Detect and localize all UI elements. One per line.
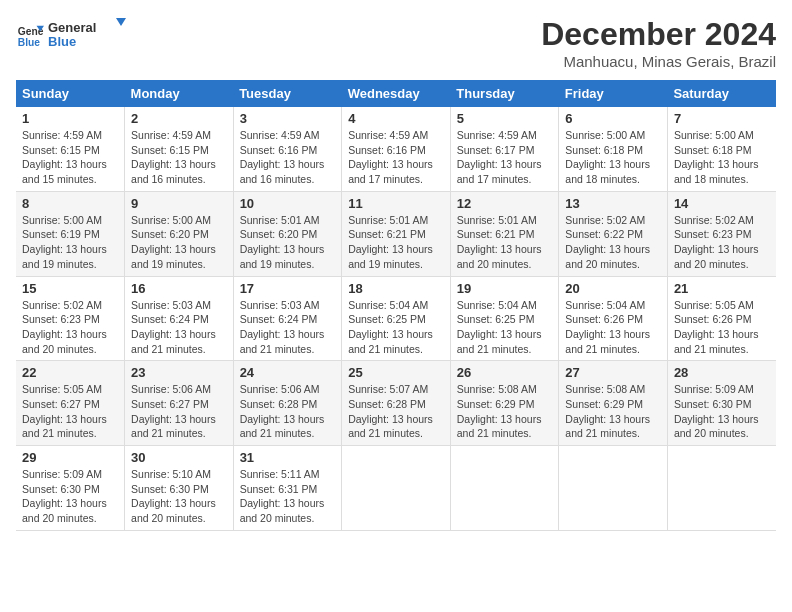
day-number: 12 (457, 196, 553, 211)
day-number: 2 (131, 111, 227, 126)
calendar-cell: 11Sunrise: 5:01 AM Sunset: 6:21 PM Dayli… (342, 191, 451, 276)
day-number: 22 (22, 365, 118, 380)
day-number: 19 (457, 281, 553, 296)
calendar-cell: 31Sunrise: 5:11 AM Sunset: 6:31 PM Dayli… (233, 446, 342, 531)
day-info: Sunrise: 4:59 AM Sunset: 6:15 PM Dayligh… (22, 128, 118, 187)
day-info: Sunrise: 5:06 AM Sunset: 6:27 PM Dayligh… (131, 382, 227, 441)
day-info: Sunrise: 5:02 AM Sunset: 6:23 PM Dayligh… (674, 213, 770, 272)
subtitle: Manhuacu, Minas Gerais, Brazil (541, 53, 776, 70)
day-number: 10 (240, 196, 336, 211)
calendar-cell: 4Sunrise: 4:59 AM Sunset: 6:16 PM Daylig… (342, 107, 451, 191)
calendar-cell: 13Sunrise: 5:02 AM Sunset: 6:22 PM Dayli… (559, 191, 668, 276)
day-number: 25 (348, 365, 444, 380)
calendar-cell: 3Sunrise: 4:59 AM Sunset: 6:16 PM Daylig… (233, 107, 342, 191)
calendar-cell: 2Sunrise: 4:59 AM Sunset: 6:15 PM Daylig… (125, 107, 234, 191)
calendar-cell: 22Sunrise: 5:05 AM Sunset: 6:27 PM Dayli… (16, 361, 125, 446)
calendar-week-row: 8Sunrise: 5:00 AM Sunset: 6:19 PM Daylig… (16, 191, 776, 276)
day-number: 21 (674, 281, 770, 296)
general-blue-logo: General Blue (48, 16, 128, 52)
day-info: Sunrise: 5:03 AM Sunset: 6:24 PM Dayligh… (240, 298, 336, 357)
day-info: Sunrise: 5:02 AM Sunset: 6:22 PM Dayligh… (565, 213, 661, 272)
calendar-cell: 15Sunrise: 5:02 AM Sunset: 6:23 PM Dayli… (16, 276, 125, 361)
day-number: 13 (565, 196, 661, 211)
day-info: Sunrise: 5:05 AM Sunset: 6:27 PM Dayligh… (22, 382, 118, 441)
day-info: Sunrise: 4:59 AM Sunset: 6:17 PM Dayligh… (457, 128, 553, 187)
day-number: 15 (22, 281, 118, 296)
day-number: 30 (131, 450, 227, 465)
day-info: Sunrise: 5:00 AM Sunset: 6:20 PM Dayligh… (131, 213, 227, 272)
calendar-cell: 23Sunrise: 5:06 AM Sunset: 6:27 PM Dayli… (125, 361, 234, 446)
calendar-cell: 8Sunrise: 5:00 AM Sunset: 6:19 PM Daylig… (16, 191, 125, 276)
day-info: Sunrise: 5:02 AM Sunset: 6:23 PM Dayligh… (22, 298, 118, 357)
svg-marker-5 (116, 18, 126, 26)
calendar-cell: 7Sunrise: 5:00 AM Sunset: 6:18 PM Daylig… (667, 107, 776, 191)
calendar-cell: 10Sunrise: 5:01 AM Sunset: 6:20 PM Dayli… (233, 191, 342, 276)
col-tuesday: Tuesday (233, 80, 342, 107)
title-block: December 2024 Manhuacu, Minas Gerais, Br… (541, 16, 776, 70)
day-info: Sunrise: 5:04 AM Sunset: 6:26 PM Dayligh… (565, 298, 661, 357)
day-number: 16 (131, 281, 227, 296)
day-number: 3 (240, 111, 336, 126)
main-title: December 2024 (541, 16, 776, 53)
calendar-header-row: Sunday Monday Tuesday Wednesday Thursday… (16, 80, 776, 107)
calendar-cell (342, 446, 451, 531)
svg-text:General: General (48, 20, 96, 35)
day-number: 8 (22, 196, 118, 211)
day-info: Sunrise: 5:08 AM Sunset: 6:29 PM Dayligh… (565, 382, 661, 441)
day-number: 4 (348, 111, 444, 126)
day-number: 11 (348, 196, 444, 211)
day-info: Sunrise: 5:01 AM Sunset: 6:21 PM Dayligh… (348, 213, 444, 272)
day-info: Sunrise: 5:09 AM Sunset: 6:30 PM Dayligh… (22, 467, 118, 526)
day-number: 14 (674, 196, 770, 211)
calendar-cell (450, 446, 559, 531)
logo: General Blue General Blue (16, 16, 128, 56)
day-info: Sunrise: 4:59 AM Sunset: 6:15 PM Dayligh… (131, 128, 227, 187)
calendar-cell: 9Sunrise: 5:00 AM Sunset: 6:20 PM Daylig… (125, 191, 234, 276)
day-info: Sunrise: 5:04 AM Sunset: 6:25 PM Dayligh… (457, 298, 553, 357)
day-number: 31 (240, 450, 336, 465)
calendar-week-row: 15Sunrise: 5:02 AM Sunset: 6:23 PM Dayli… (16, 276, 776, 361)
day-info: Sunrise: 5:10 AM Sunset: 6:30 PM Dayligh… (131, 467, 227, 526)
col-thursday: Thursday (450, 80, 559, 107)
day-number: 27 (565, 365, 661, 380)
day-info: Sunrise: 5:00 AM Sunset: 6:18 PM Dayligh… (674, 128, 770, 187)
col-friday: Friday (559, 80, 668, 107)
day-info: Sunrise: 5:08 AM Sunset: 6:29 PM Dayligh… (457, 382, 553, 441)
calendar-cell: 30Sunrise: 5:10 AM Sunset: 6:30 PM Dayli… (125, 446, 234, 531)
day-number: 9 (131, 196, 227, 211)
day-info: Sunrise: 5:07 AM Sunset: 6:28 PM Dayligh… (348, 382, 444, 441)
calendar-cell: 5Sunrise: 4:59 AM Sunset: 6:17 PM Daylig… (450, 107, 559, 191)
day-info: Sunrise: 5:01 AM Sunset: 6:21 PM Dayligh… (457, 213, 553, 272)
day-number: 26 (457, 365, 553, 380)
calendar-table: Sunday Monday Tuesday Wednesday Thursday… (16, 80, 776, 531)
calendar-cell: 28Sunrise: 5:09 AM Sunset: 6:30 PM Dayli… (667, 361, 776, 446)
day-number: 18 (348, 281, 444, 296)
calendar-cell: 25Sunrise: 5:07 AM Sunset: 6:28 PM Dayli… (342, 361, 451, 446)
calendar-cell: 14Sunrise: 5:02 AM Sunset: 6:23 PM Dayli… (667, 191, 776, 276)
day-number: 1 (22, 111, 118, 126)
svg-text:Blue: Blue (48, 34, 76, 49)
calendar-cell: 1Sunrise: 4:59 AM Sunset: 6:15 PM Daylig… (16, 107, 125, 191)
col-sunday: Sunday (16, 80, 125, 107)
calendar-cell: 21Sunrise: 5:05 AM Sunset: 6:26 PM Dayli… (667, 276, 776, 361)
day-info: Sunrise: 5:03 AM Sunset: 6:24 PM Dayligh… (131, 298, 227, 357)
svg-text:Blue: Blue (18, 37, 41, 48)
day-number: 28 (674, 365, 770, 380)
calendar-cell (667, 446, 776, 531)
day-info: Sunrise: 5:00 AM Sunset: 6:19 PM Dayligh… (22, 213, 118, 272)
calendar-week-row: 1Sunrise: 4:59 AM Sunset: 6:15 PM Daylig… (16, 107, 776, 191)
calendar-cell (559, 446, 668, 531)
page-header: General Blue General Blue December 2024 … (16, 16, 776, 70)
calendar-week-row: 29Sunrise: 5:09 AM Sunset: 6:30 PM Dayli… (16, 446, 776, 531)
day-info: Sunrise: 5:11 AM Sunset: 6:31 PM Dayligh… (240, 467, 336, 526)
calendar-cell: 20Sunrise: 5:04 AM Sunset: 6:26 PM Dayli… (559, 276, 668, 361)
calendar-cell: 16Sunrise: 5:03 AM Sunset: 6:24 PM Dayli… (125, 276, 234, 361)
day-number: 7 (674, 111, 770, 126)
day-number: 6 (565, 111, 661, 126)
calendar-cell: 6Sunrise: 5:00 AM Sunset: 6:18 PM Daylig… (559, 107, 668, 191)
day-number: 17 (240, 281, 336, 296)
col-monday: Monday (125, 80, 234, 107)
day-number: 23 (131, 365, 227, 380)
calendar-cell: 24Sunrise: 5:06 AM Sunset: 6:28 PM Dayli… (233, 361, 342, 446)
day-number: 20 (565, 281, 661, 296)
